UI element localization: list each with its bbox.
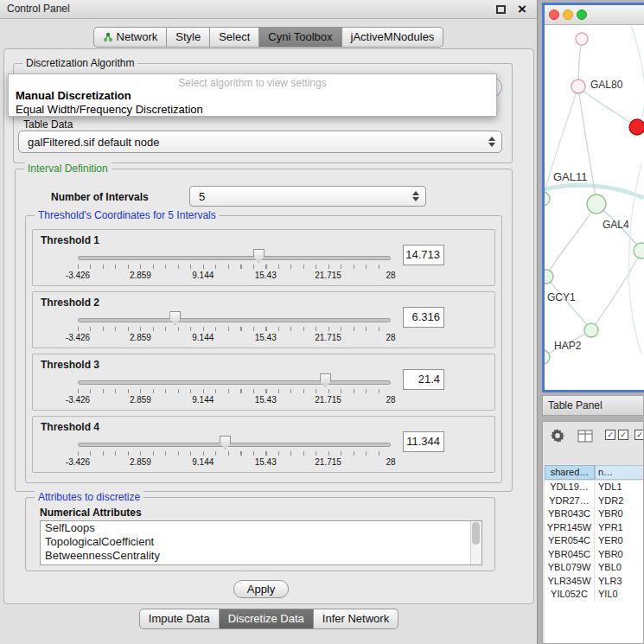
table-row[interactable]: YIL052CYIL0 xyxy=(545,588,643,602)
minimize-traffic-light-icon[interactable] xyxy=(563,10,573,20)
table-row[interactable]: YBL079WYBL0 xyxy=(545,561,643,575)
network-node[interactable] xyxy=(587,194,606,214)
slider-thumb[interactable] xyxy=(169,311,181,325)
close-traffic-light-icon[interactable] xyxy=(549,10,559,20)
threshold-2-slider[interactable]: -3.426 2.859 9.144 15.43 21.715 28 xyxy=(78,309,391,348)
list-item[interactable]: TopologicalCoefficient xyxy=(41,535,481,549)
threshold-1-value-field[interactable]: 14.713 xyxy=(403,245,444,265)
list-item[interactable]: BetweennessCentrality xyxy=(41,549,481,563)
threshold-1-slider[interactable]: -3.426 2.859 9.144 15.43 21.715 28 xyxy=(78,247,391,285)
cell[interactable]: YER054C xyxy=(545,534,595,548)
cell[interactable]: YPR145W xyxy=(545,521,595,535)
tab-style[interactable]: Style xyxy=(167,27,210,48)
network-node[interactable] xyxy=(584,323,598,337)
slider-ticks xyxy=(78,265,391,269)
tab-jactivemnodules[interactable]: jActiveMNodules xyxy=(342,27,444,48)
cell[interactable]: YER0 xyxy=(595,534,640,548)
node-label-gal4: GAL4 xyxy=(603,219,629,231)
threshold-2-label: Threshold 2 xyxy=(41,296,99,309)
column-header-name[interactable]: n… xyxy=(595,465,644,480)
scrollbar-thumb[interactable] xyxy=(472,522,480,545)
tab-infer-network[interactable]: Infer Network xyxy=(314,609,399,629)
cell[interactable]: YBL079W xyxy=(545,561,595,575)
network-canvas[interactable]: GAL80 GAL11 GAL4 GCY1 HAP2 xyxy=(545,25,644,390)
tick-label: 2.859 xyxy=(130,457,151,467)
slider-thumb[interactable] xyxy=(253,249,265,263)
cell[interactable]: YDL1 xyxy=(595,481,640,494)
tab-discretize-data[interactable]: Discretize Data xyxy=(220,609,314,629)
zoom-traffic-light-icon[interactable] xyxy=(577,10,587,20)
network-node[interactable] xyxy=(545,192,550,206)
panel-title: Control Panel xyxy=(7,0,70,18)
network-node[interactable] xyxy=(634,243,644,258)
cell[interactable]: YDR27… xyxy=(545,494,595,508)
slider-thumb[interactable] xyxy=(320,373,331,387)
table-row[interactable]: YDL19…YDL1 xyxy=(545,481,643,494)
slider-track[interactable] xyxy=(78,443,391,447)
tick-label: -3.426 xyxy=(66,271,90,280)
threshold-4-label: Threshold 4 xyxy=(41,421,99,433)
threshold-4-value-field[interactable]: 11.344 xyxy=(403,431,444,452)
cell[interactable]: YIL052C xyxy=(545,588,595,602)
table-row[interactable]: YLR345WYLR3 xyxy=(545,575,643,589)
apply-button[interactable]: Apply xyxy=(233,580,289,598)
cell[interactable]: YPR1 xyxy=(595,521,640,535)
tab-impute-data[interactable]: Impute Data xyxy=(139,609,220,629)
attributes-list[interactable]: SelfLoops TopologicalCoefficient Between… xyxy=(40,520,482,565)
slider-thumb[interactable] xyxy=(220,436,231,450)
dropdown-item-manual-discretization[interactable]: Manual Discretization xyxy=(9,89,496,103)
table-row[interactable]: YPR145WYPR1 xyxy=(545,521,643,535)
table-row[interactable]: YBR043CYBR0 xyxy=(545,507,643,521)
node-label-hap2: HAP2 xyxy=(554,340,581,352)
spinner-arrows-icon xyxy=(412,191,419,201)
tab-select[interactable]: Select xyxy=(210,27,259,48)
dropdown-item-equal-width-frequency[interactable]: Equal Width/Frequency Discretization xyxy=(9,103,496,117)
network-node[interactable] xyxy=(545,350,550,364)
tick-label: 15.43 xyxy=(255,333,277,342)
select-check-icon[interactable]: ✓ xyxy=(634,430,644,440)
cell[interactable]: YBR045C xyxy=(545,548,595,562)
control-panel: Control Panel × Network Style Select Cyn… xyxy=(0,0,538,644)
threshold-3-slider[interactable]: -3.426 2.859 9.144 15.43 21.715 28 xyxy=(78,372,391,410)
slider-track[interactable] xyxy=(78,318,391,322)
cell[interactable]: YLR345W xyxy=(545,575,595,589)
network-window-titlebar xyxy=(545,5,644,25)
table-row[interactable]: YDR27…YDR2 xyxy=(545,494,643,508)
column-header-shared-name[interactable]: shared… xyxy=(545,465,595,480)
tab-cyni-toolbox[interactable]: Cyni Toolbox xyxy=(259,27,341,48)
control-panel-titlebar: Control Panel × xyxy=(0,0,537,19)
network-node[interactable] xyxy=(576,33,588,45)
table-data-combobox[interactable]: galFiltered.sif default node xyxy=(18,131,502,153)
cell[interactable]: YBL0 xyxy=(595,561,640,575)
threshold-4-slider[interactable]: -3.426 2.859 9.144 15.43 21.715 28 xyxy=(78,434,391,472)
network-node[interactable] xyxy=(545,270,553,284)
cell[interactable]: YIL0 xyxy=(595,588,640,602)
list-item[interactable]: SelfLoops xyxy=(41,521,481,535)
cell[interactable]: YDR2 xyxy=(595,494,640,508)
tick-label: 15.43 xyxy=(255,271,277,280)
tick-label: 28 xyxy=(386,457,395,467)
table-row[interactable]: YBR045CYBR0 xyxy=(545,548,643,562)
tab-network[interactable]: Network xyxy=(93,27,168,48)
cell[interactable]: YDL19… xyxy=(545,481,595,494)
select-check-icon[interactable]: ✓ xyxy=(605,430,615,440)
threshold-3-value-field[interactable]: 21.4 xyxy=(403,369,444,390)
cell[interactable]: YBR0 xyxy=(595,548,640,562)
gear-icon[interactable] xyxy=(550,428,565,443)
close-icon[interactable]: × xyxy=(518,0,526,18)
cell[interactable]: YBR0 xyxy=(595,507,640,521)
slider-track[interactable] xyxy=(78,256,391,260)
slider-track[interactable] xyxy=(78,380,391,385)
network-view-window[interactable]: GAL80 GAL11 GAL4 GCY1 HAP2 xyxy=(542,3,644,392)
table-row[interactable]: YER054CYER0 xyxy=(545,534,643,548)
cell[interactable]: YLR3 xyxy=(595,575,640,589)
threshold-2-value-field[interactable]: 6.316 xyxy=(403,307,444,328)
columns-icon[interactable] xyxy=(577,430,593,443)
cell[interactable]: YBR043C xyxy=(545,507,595,521)
number-of-intervals-spinner[interactable]: 5 xyxy=(189,186,426,207)
network-node[interactable] xyxy=(571,80,585,93)
list-scrollbar[interactable] xyxy=(470,521,481,564)
float-window-icon[interactable] xyxy=(496,5,506,14)
highlighted-network-node[interactable] xyxy=(629,119,644,135)
select-check-icon[interactable]: ✓ xyxy=(618,430,628,440)
